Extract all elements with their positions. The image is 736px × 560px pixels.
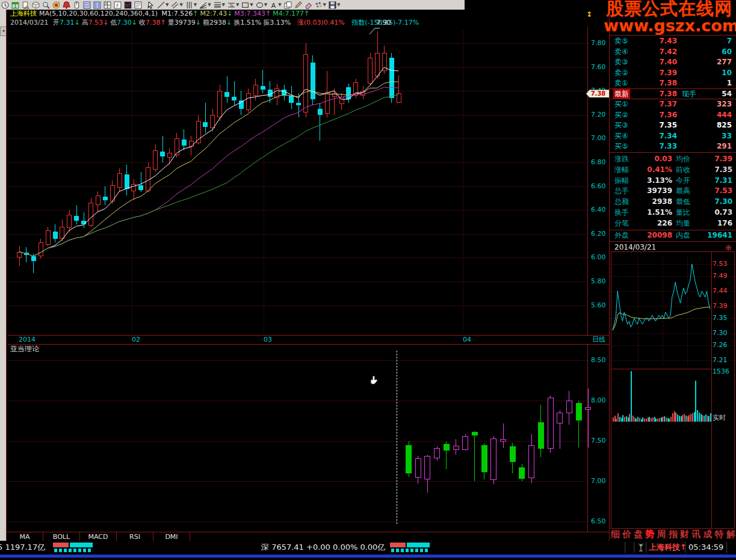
watermark-url: www.gszx.com.cn xyxy=(604,17,735,34)
buy-row[interactable]: 买④7.3433 xyxy=(611,131,734,141)
dropdown-caret-icon[interactable]: ▼ xyxy=(264,1,267,10)
report-window-icon[interactable] xyxy=(133,1,143,10)
indicator-tab-rsi[interactable]: RSI xyxy=(117,532,153,541)
fan-lines-tool-icon[interactable]: ▼ xyxy=(198,1,212,10)
quote-tab-特[interactable]: 特 xyxy=(715,528,724,541)
pencil-icon[interactable] xyxy=(293,1,303,10)
mini-volume-bar xyxy=(681,416,682,422)
eraser-icon[interactable] xyxy=(303,1,314,10)
mouse-icon[interactable] xyxy=(72,1,82,10)
dropdown-caret-icon[interactable]: ▼ xyxy=(323,1,326,10)
dropdown-caret-icon[interactable]: ▼ xyxy=(222,1,225,10)
send-report-icon[interactable] xyxy=(20,1,31,10)
buy-row[interactable]: 买①7.37323 xyxy=(611,99,734,109)
indicator-tab-dmi[interactable]: DMI xyxy=(153,532,190,541)
sell-row[interactable]: 卖④7.4260 xyxy=(611,47,734,57)
intraday-mini-chart[interactable]: 7.537.497.447.397.357.307.267.211536实时 xyxy=(611,251,735,529)
order-price: 7.36 xyxy=(651,110,677,120)
scale-updown-icon[interactable]: ↕ xyxy=(586,10,592,19)
candle-up xyxy=(88,203,93,226)
target-icon[interactable] xyxy=(51,1,61,10)
dropdown-caret-icon[interactable]: ▼ xyxy=(208,1,211,10)
split-columns-icon[interactable] xyxy=(92,1,102,10)
sell-row[interactable]: 卖②7.3910 xyxy=(611,68,734,78)
quote-tab-讯[interactable]: 讯 xyxy=(691,528,700,541)
candle-up xyxy=(325,92,330,114)
quote-list-icon[interactable] xyxy=(82,1,92,10)
dropdown-caret-icon[interactable]: ▼ xyxy=(165,1,169,10)
mini-volume-bar xyxy=(662,417,663,422)
candle-up xyxy=(67,215,72,228)
clock-icon[interactable] xyxy=(0,1,10,10)
stat-label: 涨跌 xyxy=(614,154,629,164)
candle-up xyxy=(39,242,43,257)
candle-down xyxy=(261,86,265,90)
time-axis-label: 2014 xyxy=(19,336,36,343)
quote-tab-势[interactable]: 势 xyxy=(646,528,655,541)
dropdown-caret-icon[interactable]: ▼ xyxy=(194,1,197,10)
buy-row[interactable]: 买⑤7.33291 xyxy=(611,141,734,152)
quote-tab-盘[interactable]: 盘 xyxy=(634,528,643,541)
order-price: 7.40 xyxy=(651,57,677,67)
daily-kline-chart[interactable]: 7.807.607.407.207.006.806.606.406.206.00… xyxy=(8,27,587,335)
indicator-tab-boll[interactable]: BOLL xyxy=(43,532,80,541)
quote-tab-解[interactable]: 解 xyxy=(726,528,735,541)
quote-tab-成[interactable]: 成 xyxy=(703,528,712,541)
buy-row[interactable]: 买②7.36444 xyxy=(611,110,734,120)
calendar-icon[interactable]: 1 xyxy=(10,1,20,10)
text-tool-icon[interactable]: A▼ xyxy=(268,1,282,10)
candle-up xyxy=(397,93,401,103)
dropdown-caret-icon[interactable]: ▼ xyxy=(250,1,253,10)
bar-tooth xyxy=(425,549,428,552)
price-gridline xyxy=(8,43,587,44)
rectangle-tool-icon[interactable]: ▼ xyxy=(240,1,254,10)
percent-lines-tool-icon[interactable]: %▼ xyxy=(226,1,240,10)
sell-row[interactable]: 卖①7.381 xyxy=(611,78,734,88)
search-icon[interactable] xyxy=(41,1,51,10)
dropdown-caret-icon[interactable]: ▼ xyxy=(236,1,239,10)
palette-icon[interactable]: ▼ xyxy=(314,1,327,10)
indicator-tab-ma[interactable]: MA xyxy=(7,532,43,541)
parallel-lines-tool-icon[interactable]: ▼ xyxy=(170,1,184,10)
bar-tooth xyxy=(88,549,91,552)
cursor-arrow-icon[interactable] xyxy=(146,1,156,10)
statusbar-stock-name[interactable]: 上海科技↑ xyxy=(649,541,687,554)
buy-row[interactable]: 买③7.35825 xyxy=(611,120,734,131)
mini-volume-bar xyxy=(639,418,640,422)
indicator-tab-macd[interactable]: MACD xyxy=(80,532,117,541)
order-price: 7.33 xyxy=(651,141,677,152)
trendline-tool-icon[interactable]: ▼ xyxy=(156,1,170,10)
f10-info-icon[interactable]: F xyxy=(113,1,123,10)
order-quantity: 60 xyxy=(722,47,732,57)
dropdown-caret-icon[interactable]: ▼ xyxy=(179,1,182,10)
fibonacci-tool-icon[interactable]: ▼ xyxy=(212,1,226,10)
volume-now-label: 现手 xyxy=(682,89,696,99)
sell-row[interactable]: 卖⑤7.437 xyxy=(611,36,734,46)
save-icon[interactable]: ▼ xyxy=(327,1,341,10)
grid-windows-icon[interactable] xyxy=(102,1,113,10)
sub-candle-up xyxy=(585,407,591,410)
vertical-lines-tool-icon[interactable]: ▼ xyxy=(184,1,198,10)
kline-window-icon[interactable] xyxy=(123,1,133,10)
latest-price-row[interactable]: 最新7.38现手54 xyxy=(611,89,734,99)
copy-icon[interactable] xyxy=(283,1,293,10)
quote-tab-细[interactable]: 细 xyxy=(611,528,620,541)
package-icon[interactable] xyxy=(31,1,41,10)
mini-volume-bar xyxy=(666,417,667,422)
sell-row[interactable]: 卖③7.40277 xyxy=(611,57,734,67)
alarm-bell-icon[interactable] xyxy=(61,1,72,10)
quote-tab-财[interactable]: 财 xyxy=(680,528,689,541)
quote-tab-价[interactable]: 价 xyxy=(622,528,631,541)
period-label[interactable]: 日线 xyxy=(592,336,605,343)
sub-candle-down xyxy=(576,403,582,420)
quote-tab-周[interactable]: 周 xyxy=(657,528,666,541)
adam-theory-subchart[interactable]: 亚当理论 8.508.007.507.006.50 xyxy=(8,343,587,532)
candle-up xyxy=(368,58,373,84)
quote-tab-指[interactable]: 指 xyxy=(669,528,678,541)
ellipse-tool-icon[interactable]: ▼ xyxy=(255,1,268,10)
stat-row: 分笔226均量176 xyxy=(611,218,734,229)
mini-volume-bar xyxy=(685,416,687,422)
dropdown-caret-icon[interactable]: ▼ xyxy=(337,1,340,10)
dropdown-caret-icon[interactable]: ▼ xyxy=(278,1,281,10)
stat-value: 7.39 xyxy=(699,154,732,164)
